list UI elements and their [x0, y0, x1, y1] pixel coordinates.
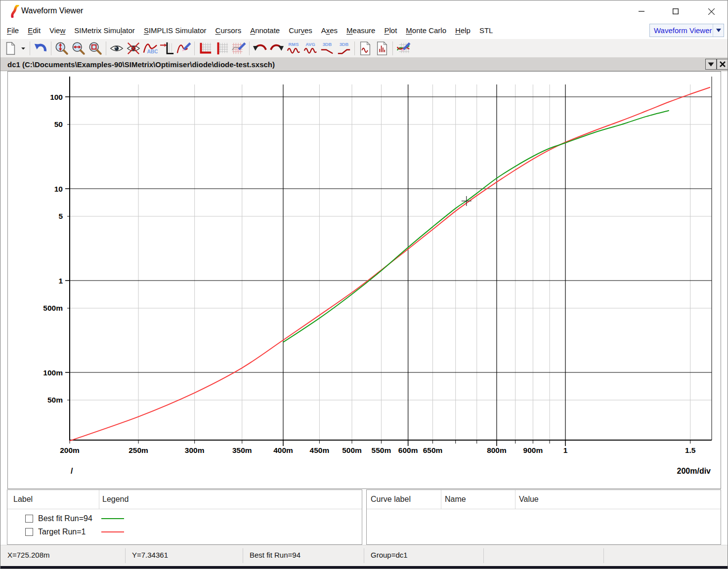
title-bar: Waveform Viewer	[0, 0, 728, 22]
menu-measure[interactable]: Measure	[342, 22, 380, 39]
axes-toggle-icon	[198, 41, 213, 56]
series-best-fit-run-94[interactable]	[283, 111, 669, 342]
series-target-run-1[interactable]	[70, 87, 710, 441]
statusbar-field: Y=7.34361	[132, 551, 168, 559]
edit-axis-button[interactable]	[175, 40, 192, 57]
x-tick-label: 800m	[487, 446, 507, 454]
zoom-y-fit-icon	[54, 41, 69, 56]
annotate-label-button[interactable]: ABC	[142, 40, 159, 57]
minimize-icon	[639, 8, 644, 14]
viewer-mode-label: Waveform Viewer	[650, 26, 713, 35]
plot-waveform-button[interactable]	[357, 40, 374, 57]
annotate-label-icon: ABC	[143, 41, 158, 56]
curve-next-icon	[269, 41, 284, 56]
curve-next-button[interactable]	[268, 40, 285, 57]
curve-values-panel: Curve label Name Value	[366, 489, 721, 545]
menu-simplis-simulator[interactable]: SIMPLIS Simulator	[139, 22, 211, 39]
undo-icon	[33, 41, 48, 56]
menu-annotate[interactable]: Annotate	[246, 22, 284, 39]
zoom-y-fit-button[interactable]	[53, 40, 70, 57]
new-graph-arrow-button[interactable]	[19, 40, 28, 57]
move-axis-icon	[160, 41, 174, 56]
status-bar: X=725.208mY=7.34361Best fit Run=94Group=…	[0, 545, 728, 566]
curve-visible-checkbox[interactable]	[25, 515, 33, 523]
hide-curve-button[interactable]	[125, 40, 142, 57]
menu-monte-carlo[interactable]: Monte Carlo	[401, 22, 451, 39]
edit-curves-icon	[396, 41, 411, 56]
plot-spectrum-button[interactable]	[374, 40, 390, 57]
move-axis-button[interactable]	[159, 40, 175, 57]
values-col-value: Value	[519, 490, 539, 509]
curve-label[interactable]: Best fit Run=94	[38, 514, 92, 523]
3db-low-button[interactable]: 3DB	[319, 40, 336, 57]
maximize-button[interactable]	[668, 4, 683, 18]
toolbar-separator	[30, 41, 30, 55]
y-tick-label: 100	[50, 93, 63, 101]
avg-button[interactable]: AVG	[302, 40, 319, 57]
hide-curve-icon	[126, 41, 141, 56]
toolbar-separator	[392, 41, 393, 55]
statusbar-divider	[364, 548, 364, 563]
legend-row: Best fit Run=94	[7, 512, 362, 525]
graph-tab-bar: dc1 (C:\Documents\Examples-90\SIMetrix\O…	[0, 58, 728, 71]
new-graph-icon	[3, 41, 18, 56]
svg-text:ABC: ABC	[147, 49, 158, 54]
3db-high-button[interactable]: 3DB	[336, 40, 352, 57]
statusbar-divider	[483, 548, 484, 563]
menu-edit[interactable]: Edit	[23, 22, 45, 39]
statusbar-divider	[603, 548, 604, 563]
statusbar-field: Best fit Run=94	[250, 551, 300, 559]
toolbar-separator	[51, 41, 51, 55]
show-curve-button[interactable]	[108, 40, 125, 57]
minimize-button[interactable]	[634, 4, 649, 18]
chevron-down-icon	[713, 24, 724, 37]
menu-help[interactable]: Help	[451, 22, 475, 39]
menu-file[interactable]: File	[2, 22, 23, 39]
zoom-x-fit-button[interactable]	[70, 40, 87, 57]
values-col-name: Name	[445, 490, 466, 509]
y-axis-unit-label: /	[71, 467, 73, 475]
x-tick-label: 1.5	[685, 446, 696, 454]
x-tick-label: 450m	[310, 446, 330, 454]
curve-label[interactable]: Target Run=1	[38, 528, 86, 536]
menu-cursors[interactable]: Cursors	[211, 22, 246, 39]
close-button[interactable]	[704, 4, 719, 18]
menu-simetrix-simulator[interactable]: SIMetrix Simulator	[70, 22, 139, 39]
menu-stl[interactable]: STL	[475, 22, 498, 39]
statusbar-divider	[243, 548, 243, 563]
viewer-mode-selector[interactable]: Waveform Viewer	[649, 24, 724, 37]
show-curve-icon	[109, 41, 124, 56]
zoom-box-icon	[88, 41, 103, 56]
menu-axes[interactable]: Axes	[317, 22, 342, 39]
edit-axis-icon	[176, 41, 191, 56]
curve-previous-button[interactable]	[252, 40, 268, 57]
edit-curves-button[interactable]	[395, 40, 412, 57]
tab-close-button[interactable]	[717, 59, 728, 70]
x-tick-label: 350m	[232, 446, 252, 454]
y-tick-label: 5	[58, 212, 63, 220]
curve-color-sample	[101, 518, 124, 519]
menu-curves[interactable]: Curves	[284, 22, 317, 39]
menu-plot[interactable]: Plot	[380, 22, 401, 39]
edit-grid-button[interactable]	[230, 40, 247, 57]
graph-tab[interactable]: dc1 (C:\Documents\Examples-90\SIMetrix\O…	[0, 60, 275, 69]
y-tick-label: 50m	[47, 396, 63, 404]
waveform-plot[interactable]: 200m250m300m350m400m450m500m550m600m650m…	[8, 72, 721, 488]
x-tick-label: 500m	[342, 446, 362, 454]
curve-visible-checkbox[interactable]	[25, 528, 33, 536]
legend-col-legend: Legend	[102, 490, 128, 509]
x-tick-label: 200m	[60, 446, 80, 454]
toolbar-separator	[354, 41, 355, 55]
zoom-box-button[interactable]	[87, 40, 104, 57]
vertical-axis-button[interactable]	[214, 40, 230, 57]
axes-toggle-button[interactable]	[197, 40, 214, 57]
plot-waveform-icon	[358, 41, 373, 56]
toolbar: ABCRMSAVG3DB3DB	[0, 39, 728, 58]
menu-view[interactable]: View	[45, 22, 70, 39]
edit-grid-icon	[231, 41, 246, 56]
rms-button[interactable]: RMS	[285, 40, 302, 57]
new-graph-button[interactable]	[2, 40, 19, 57]
undo-button[interactable]	[32, 40, 49, 57]
curve-color-sample	[101, 531, 124, 532]
tab-list-button[interactable]	[705, 59, 717, 70]
